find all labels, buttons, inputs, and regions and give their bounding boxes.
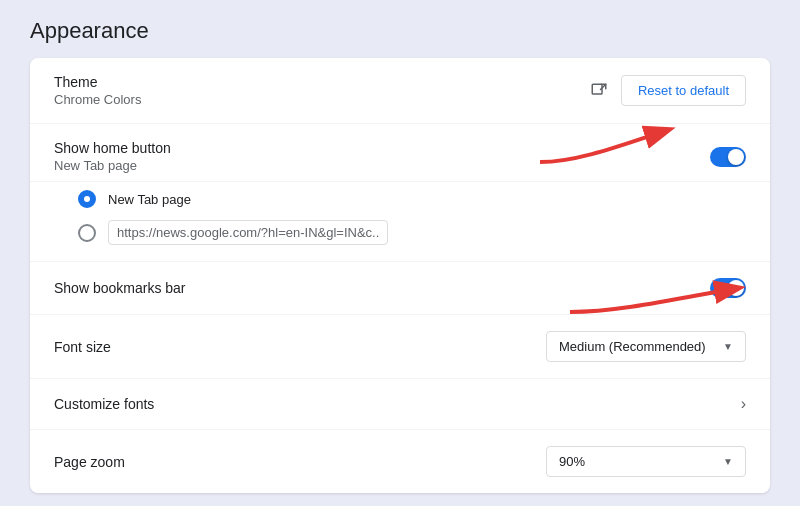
radio-newtab-label: New Tab page — [108, 192, 191, 207]
page-zoom-label: Page zoom — [54, 454, 125, 470]
page-zoom-dropdown-arrow: ▼ — [723, 456, 733, 467]
home-button-toggle-right — [710, 147, 746, 167]
bookmarks-bar-toggle[interactable] — [710, 278, 746, 298]
radio-option-url[interactable] — [78, 220, 746, 245]
radio-option-newtab[interactable]: New Tab page — [78, 190, 746, 208]
home-button-row: Show home button New Tab page — [30, 124, 770, 182]
radio-newtab-indicator — [78, 190, 96, 208]
customize-fonts-row[interactable]: Customize fonts › — [30, 379, 770, 430]
reset-to-default-button[interactable]: Reset to default — [621, 75, 746, 106]
home-button-sublabel: New Tab page — [54, 158, 171, 173]
external-link-icon[interactable] — [589, 81, 609, 101]
theme-label: Theme — [54, 74, 141, 90]
theme-sublabel: Chrome Colors — [54, 92, 141, 107]
url-input-field[interactable] — [108, 220, 388, 245]
appearance-card: Theme Chrome Colors Reset to default — [30, 58, 770, 493]
customize-fonts-label: Customize fonts — [54, 396, 154, 412]
page-zoom-value: 90% — [559, 454, 585, 469]
customize-fonts-chevron-icon: › — [741, 395, 746, 413]
page-zoom-dropdown[interactable]: 90% ▼ — [546, 446, 746, 477]
theme-label-group: Theme Chrome Colors — [54, 74, 141, 107]
font-size-label: Font size — [54, 339, 111, 355]
home-button-toggle[interactable] — [710, 147, 746, 167]
bookmarks-bar-row: Show bookmarks bar — [30, 262, 770, 315]
home-button-label-group: Show home button New Tab page — [54, 140, 171, 173]
bookmarks-bar-label: Show bookmarks bar — [54, 280, 186, 296]
radio-section: New Tab page — [30, 182, 770, 262]
radio-url-indicator — [78, 224, 96, 242]
page-zoom-row: Page zoom 90% ▼ — [30, 430, 770, 493]
bookmarks-toggle-knob — [728, 280, 744, 296]
page-title: Appearance — [30, 18, 770, 44]
font-size-dropdown-arrow: ▼ — [723, 341, 733, 352]
font-size-value: Medium (Recommended) — [559, 339, 706, 354]
toggle-knob — [728, 149, 744, 165]
home-button-label: Show home button — [54, 140, 171, 156]
font-size-dropdown[interactable]: Medium (Recommended) ▼ — [546, 331, 746, 362]
font-size-row: Font size Medium (Recommended) ▼ — [30, 315, 770, 379]
theme-row-right: Reset to default — [589, 75, 746, 106]
theme-row: Theme Chrome Colors Reset to default — [30, 58, 770, 124]
